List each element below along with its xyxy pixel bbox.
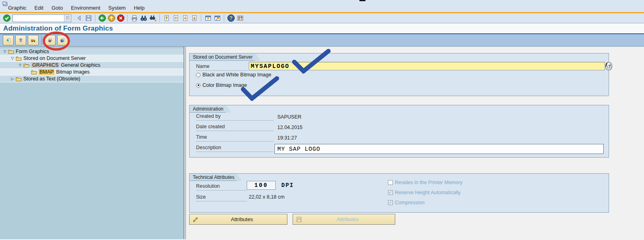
screenshot-artifact-dash xyxy=(359,0,365,1)
transport-icon xyxy=(31,36,36,44)
command-history-button[interactable] xyxy=(64,15,71,22)
customize-layout-button[interactable] xyxy=(235,14,245,23)
checkbox-reserve-height-automatically[interactable]: ✓Reserve Height Automatically xyxy=(388,189,460,195)
print-button[interactable] xyxy=(130,14,139,23)
checkbox-compression[interactable]: ✓Compression xyxy=(388,199,425,205)
delete-icon xyxy=(18,36,23,44)
radio-label: Black and White Bitmap Image xyxy=(202,72,271,78)
transport-button[interactable] xyxy=(28,35,39,45)
checkbox-unchecked-icon[interactable] xyxy=(388,180,393,185)
tree-node-label: Stored on Document Server xyxy=(23,55,86,61)
menu-item-goto[interactable]: Goto xyxy=(47,4,67,12)
tree-node-bmap[interactable]: BMAPBitmap Images xyxy=(0,69,184,76)
application-toolbar xyxy=(0,34,644,47)
menu-item-system[interactable]: System xyxy=(104,4,130,12)
next-page-button[interactable] xyxy=(180,14,190,23)
enter-button[interactable] xyxy=(2,14,11,23)
find-icon xyxy=(140,14,148,22)
customize-layout-icon xyxy=(236,14,244,22)
title-bar: Administration of Form Graphics xyxy=(0,23,644,34)
sap-window: { "window": { "menu_items": ["Graphic", … xyxy=(0,0,644,240)
radio-color-bitmap-image[interactable]: Color Bitmap Image xyxy=(196,82,247,88)
size-value: 22,02 x 8,18 cm xyxy=(249,194,285,200)
matchcode-icon xyxy=(607,64,611,69)
tree-node-graphics[interactable]: ▽GRAPHICSGeneral Graphics xyxy=(0,62,184,69)
checkbox-resides-in-the-printer-memory[interactable]: Resides in the Printer Memory xyxy=(388,179,462,185)
edit-attributes-button[interactable]: Attributes xyxy=(189,214,287,225)
name-label: Name xyxy=(196,64,248,71)
tree-node-key: GRAPHICS xyxy=(31,62,59,68)
detail-panel: Stored on Document Server Name Black and… xyxy=(186,47,644,239)
tree-node-stored-on-document-server[interactable]: ▽Stored on Document Server xyxy=(0,55,184,62)
value-help-button[interactable] xyxy=(605,62,612,70)
graphic-name-input[interactable] xyxy=(249,62,605,70)
folder-icon xyxy=(16,56,22,61)
collapse-icon[interactable]: ▽ xyxy=(17,62,23,68)
new-session-button[interactable] xyxy=(203,14,213,23)
nav-back-icon xyxy=(75,14,83,22)
menu-item-environment[interactable]: Environment xyxy=(67,4,104,12)
last-page-icon xyxy=(190,14,198,22)
tree-node-stored-as-text-obsolete[interactable]: ▷Stored as Text (Obsolete) xyxy=(0,76,184,82)
find-next-button[interactable] xyxy=(148,14,157,23)
collapse-icon[interactable]: ▽ xyxy=(10,55,15,62)
radio-selected-icon[interactable] xyxy=(196,83,200,88)
edit-pencil-icon xyxy=(192,216,199,223)
exit-button[interactable] xyxy=(107,14,116,23)
standard-toolbar: ? xyxy=(0,13,644,23)
new-session-icon xyxy=(204,14,212,22)
radio-black-and-white-bitmap-image[interactable]: Black and White Bitmap Image xyxy=(196,72,271,78)
print-graphic-button[interactable] xyxy=(45,35,56,45)
prev-page-button[interactable] xyxy=(171,14,180,23)
save-icon xyxy=(295,216,303,223)
menu-item-graphic[interactable]: Graphic xyxy=(4,4,31,12)
last-page-button[interactable] xyxy=(190,14,199,23)
checkbox-label: Reserve Height Automatically xyxy=(395,190,460,195)
exit-icon xyxy=(107,14,116,22)
help-button[interactable]: ? xyxy=(226,14,235,23)
description-input[interactable] xyxy=(275,144,604,154)
resolution-input[interactable] xyxy=(247,181,276,190)
checkbox-checked-icon[interactable]: ✓ xyxy=(388,190,393,195)
command-field xyxy=(12,14,71,22)
cancel-icon xyxy=(117,14,125,22)
create-shortcut-button[interactable] xyxy=(213,14,222,23)
group-tab: Administration xyxy=(189,105,226,113)
delete-button[interactable] xyxy=(15,35,26,45)
create-shortcut-icon xyxy=(213,14,221,22)
main-area: ▽Form Graphics▽Stored on Document Server… xyxy=(0,47,644,239)
field-value: 12.04.2015 xyxy=(277,125,303,130)
tree-node-form-graphics[interactable]: ▽Form Graphics xyxy=(0,48,184,55)
expand-icon[interactable]: ▷ xyxy=(10,76,15,82)
field-label: Date created xyxy=(196,124,274,131)
save-attributes-button[interactable]: Attributes xyxy=(293,214,395,225)
back-button[interactable] xyxy=(97,14,107,23)
collapse-icon[interactable]: ▽ xyxy=(2,49,8,55)
group-stored-on-document-server: Stored on Document Server Name Black and… xyxy=(189,53,609,96)
tree-node-label: Bitmap Images xyxy=(56,69,89,75)
menu-item-edit[interactable]: Edit xyxy=(31,4,47,12)
print-icon xyxy=(130,14,138,22)
checkbox-label: Resides in the Printer Memory xyxy=(395,180,462,185)
prev-page-icon xyxy=(172,14,180,22)
display-graphic-button[interactable] xyxy=(57,35,68,45)
page-title: Administration of Form Graphics xyxy=(3,25,113,33)
field-value: 19:31:27 xyxy=(277,135,297,141)
import-graphic-button[interactable] xyxy=(3,35,14,45)
checkbox-checked-icon[interactable]: ✓ xyxy=(388,200,393,205)
field-row-created-by: Created bySAPUSER xyxy=(196,113,301,121)
resolution-label: Resolution xyxy=(196,183,247,191)
back-icon xyxy=(98,14,106,22)
find-next-icon xyxy=(149,14,157,22)
group-administration: Administration Created bySAPUSERDate cre… xyxy=(189,105,609,158)
first-page-button[interactable] xyxy=(162,14,171,23)
command-input[interactable] xyxy=(13,15,64,22)
nav-back-button[interactable] xyxy=(74,14,84,23)
find-button[interactable] xyxy=(139,14,148,23)
save-button[interactable] xyxy=(84,14,93,23)
menu-item-help[interactable]: Help xyxy=(130,4,149,12)
radio-unselected-icon[interactable] xyxy=(196,73,200,77)
toolbar-separator xyxy=(224,14,224,22)
cancel-button[interactable] xyxy=(116,14,125,23)
tree-node-label: Stored as Text (Obsolete) xyxy=(23,76,80,82)
